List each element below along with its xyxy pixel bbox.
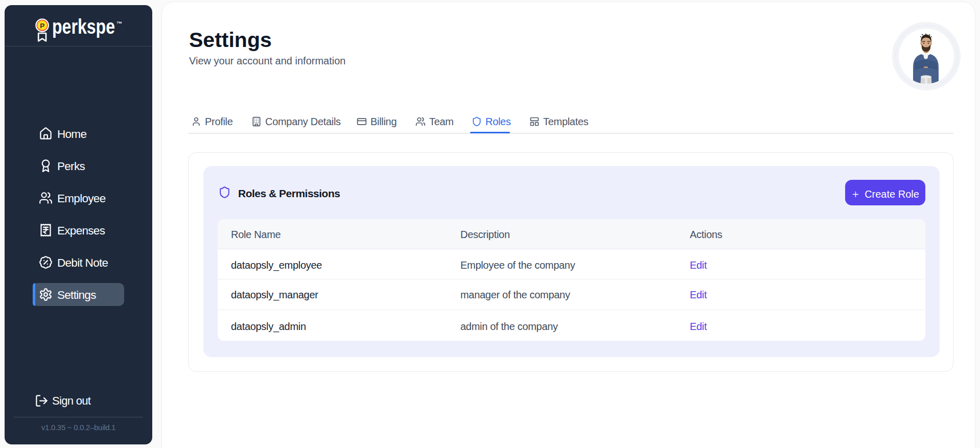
svg-text:perkspe: perkspe: [52, 15, 115, 38]
svg-text:™: ™: [116, 20, 122, 27]
